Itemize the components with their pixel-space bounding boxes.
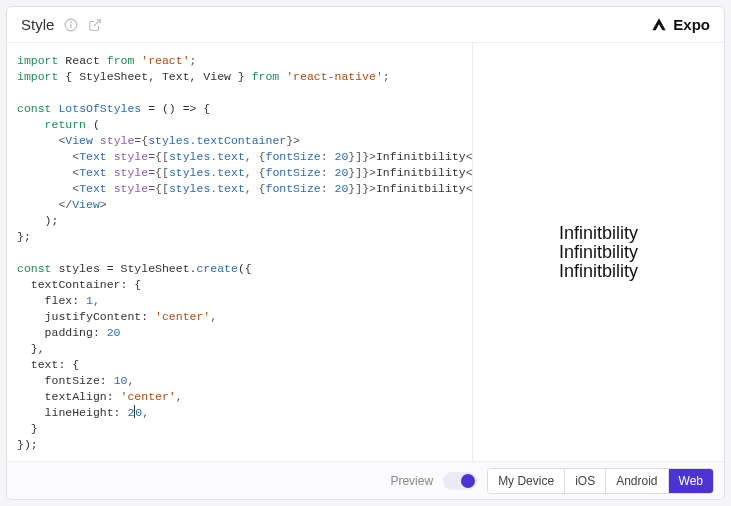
body: import React from 'react';import { Style… xyxy=(7,43,724,461)
code-line[interactable] xyxy=(17,453,466,461)
code-line[interactable]: lineHeight: 20, xyxy=(17,405,466,421)
preview-output: InfinitbilityInfinitbilityInfinitbility xyxy=(559,224,638,281)
editor-panel: Style Expo import React from 'react';imp… xyxy=(6,6,725,500)
code-line[interactable]: }; xyxy=(17,229,466,245)
code-editor[interactable]: import React from 'react';import { Style… xyxy=(7,43,473,461)
info-icon[interactable] xyxy=(64,18,78,32)
open-external-icon[interactable] xyxy=(88,18,102,32)
code-line[interactable]: <Text style={[styles.text, {fontSize: 20… xyxy=(17,181,466,197)
preview-label: Preview xyxy=(390,474,433,488)
preview-text: Infinitbility xyxy=(559,262,638,281)
code-line[interactable]: <Text style={[styles.text, {fontSize: 20… xyxy=(17,165,466,181)
header-title: Style xyxy=(21,16,54,33)
preview-toggle[interactable] xyxy=(443,472,477,490)
expo-logo-icon xyxy=(651,17,667,33)
code-line[interactable]: justifyContent: 'center', xyxy=(17,309,466,325)
code-line[interactable]: textContainer: { xyxy=(17,277,466,293)
code-line[interactable]: textAlign: 'center', xyxy=(17,389,466,405)
brand[interactable]: Expo xyxy=(651,16,710,33)
toggle-knob xyxy=(461,474,475,488)
code-line[interactable]: <View style={styles.textContainer}> xyxy=(17,133,466,149)
platform-tabs: My DeviceiOSAndroidWeb xyxy=(487,468,714,494)
code-line[interactable]: <Text style={[styles.text, {fontSize: 20… xyxy=(17,149,466,165)
code-line[interactable]: ); xyxy=(17,213,466,229)
code-line[interactable]: padding: 20 xyxy=(17,325,466,341)
preview-pane: InfinitbilityInfinitbilityInfinitbility xyxy=(473,43,724,461)
platform-tab-ios[interactable]: iOS xyxy=(565,469,606,493)
code-line[interactable]: const LotsOfStyles = () => { xyxy=(17,101,466,117)
code-line[interactable]: const styles = StyleSheet.create({ xyxy=(17,261,466,277)
code-line[interactable] xyxy=(17,85,466,101)
svg-point-2 xyxy=(71,21,72,22)
platform-tab-web[interactable]: Web xyxy=(669,469,713,493)
platform-tab-my-device[interactable]: My Device xyxy=(488,469,565,493)
svg-line-3 xyxy=(94,19,100,25)
platform-tab-android[interactable]: Android xyxy=(606,469,668,493)
header: Style Expo xyxy=(7,7,724,43)
code-line[interactable]: flex: 1, xyxy=(17,293,466,309)
brand-label: Expo xyxy=(673,16,710,33)
code-line[interactable]: import { StyleSheet, Text, View } from '… xyxy=(17,69,466,85)
preview-text: Infinitbility xyxy=(559,243,638,262)
code-line[interactable]: </View> xyxy=(17,197,466,213)
code-line[interactable]: } xyxy=(17,421,466,437)
code-line[interactable]: return ( xyxy=(17,117,466,133)
code-line[interactable]: text: { xyxy=(17,357,466,373)
code-line[interactable]: fontSize: 10, xyxy=(17,373,466,389)
code-line[interactable]: import React from 'react'; xyxy=(17,53,466,69)
footer: Preview My DeviceiOSAndroidWeb xyxy=(7,461,724,499)
code-line[interactable]: }); xyxy=(17,437,466,453)
preview-text: Infinitbility xyxy=(559,224,638,243)
code-line[interactable]: }, xyxy=(17,341,466,357)
code-line[interactable] xyxy=(17,245,466,261)
